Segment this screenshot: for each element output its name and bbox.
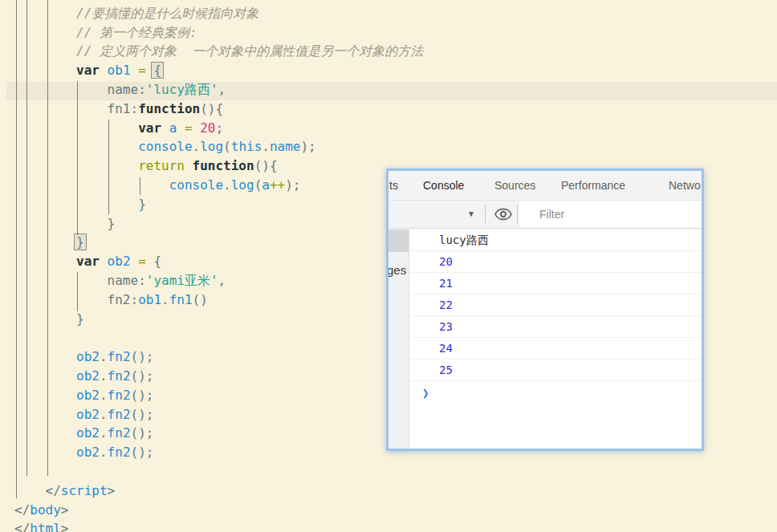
filter-input[interactable] bbox=[519, 201, 702, 228]
console-row[interactable]: 22 bbox=[409, 294, 702, 316]
console-row[interactable]: 20 bbox=[409, 251, 702, 273]
code-line: </html> bbox=[14, 519, 777, 532]
indent-guide bbox=[77, 81, 78, 235]
tab-elements-clipped[interactable]: ts bbox=[389, 171, 398, 200]
tab-network-clipped[interactable]: Netwo bbox=[669, 171, 701, 200]
code-line: fn1:function(){ bbox=[14, 99, 777, 119]
code-line: // 第一个经典案例: bbox=[14, 23, 777, 43]
console-row[interactable]: 24 bbox=[409, 338, 702, 359]
tab-performance[interactable]: Performance bbox=[561, 171, 625, 200]
console-row[interactable]: lucy路西 bbox=[409, 229, 702, 251]
code-line: </script> bbox=[14, 481, 777, 501]
code-line: //要搞懂的是什么时候指向对象 bbox=[14, 4, 777, 23]
toolbar-divider bbox=[485, 205, 486, 224]
code-line: console.log(this.name); bbox=[14, 137, 777, 156]
prompt-chevron-icon: ❯ bbox=[422, 385, 429, 400]
eye-icon[interactable] bbox=[494, 208, 512, 221]
filter-field-wrap bbox=[519, 201, 702, 228]
tab-console[interactable]: Console bbox=[423, 171, 464, 200]
code-line bbox=[14, 462, 777, 481]
indent-guide bbox=[47, 0, 48, 476]
indent-guide bbox=[77, 272, 78, 311]
devtools-panel: ts Console Sources Performance Netwo ▼ g… bbox=[386, 169, 704, 451]
code-line: var a = 20; bbox=[14, 119, 777, 138]
indent-guide bbox=[26, 0, 27, 476]
console-messages: lucy路西202122232425 ❯ bbox=[409, 229, 702, 449]
console-row[interactable]: 25 bbox=[409, 359, 702, 381]
indent-guide bbox=[140, 177, 140, 195]
toolbar-divider bbox=[517, 205, 518, 224]
code-line: var ob1 = { bbox=[14, 61, 777, 80]
console-prompt[interactable]: ❯ bbox=[409, 381, 702, 403]
devtools-tabbar: ts Console Sources Performance Netwo bbox=[388, 171, 702, 201]
console-toolbar: ▼ bbox=[388, 201, 702, 229]
sidebar-selected-item[interactable] bbox=[388, 229, 409, 252]
code-line: </body> bbox=[14, 501, 777, 520]
console-sidebar-clipped[interactable]: ges bbox=[388, 229, 409, 449]
chevron-down-icon[interactable]: ▼ bbox=[467, 209, 475, 218]
code-line: name:'lucy路西', bbox=[14, 80, 777, 99]
console-row[interactable]: 21 bbox=[409, 273, 702, 294]
sidebar-messages-label: ges bbox=[388, 263, 406, 277]
tab-sources[interactable]: Sources bbox=[494, 171, 535, 200]
indent-guide bbox=[108, 120, 109, 214]
indent-guide bbox=[16, 0, 17, 498]
code-line: // 定义两个对象 一个对象中的属性值是另一个对象的方法 bbox=[14, 42, 777, 61]
console-row[interactable]: 23 bbox=[409, 316, 702, 338]
console-body: ges lucy路西202122232425 ❯ bbox=[388, 229, 702, 449]
